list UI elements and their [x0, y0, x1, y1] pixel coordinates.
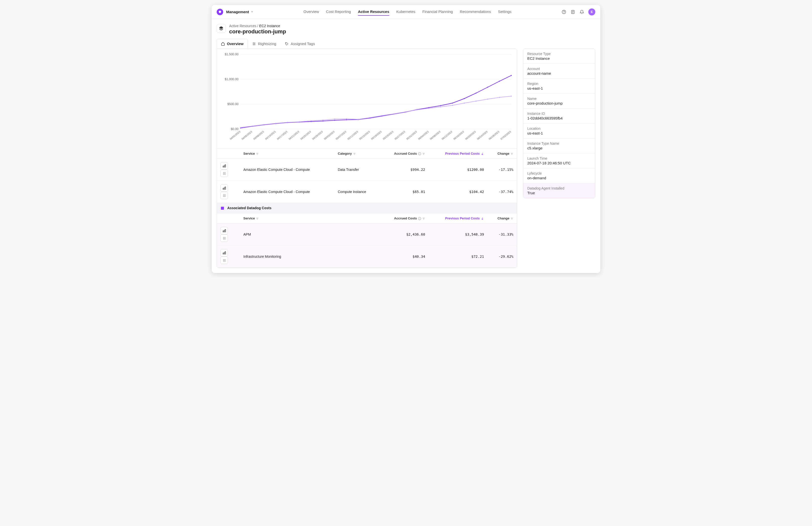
view-chart-button[interactable]	[220, 249, 228, 257]
svg-point-72	[310, 120, 311, 121]
svg-rect-130	[221, 207, 224, 210]
nav-kubernetes[interactable]: Kubernetes	[396, 8, 416, 16]
meta-value: on-demand	[527, 176, 591, 180]
sort-icon	[256, 152, 259, 156]
svg-point-73	[322, 119, 323, 120]
view-chart-button[interactable]	[220, 227, 228, 234]
tab-assigned-tags[interactable]: Assigned Tags	[280, 39, 319, 48]
nav-settings[interactable]: Settings	[498, 8, 511, 16]
col-previous[interactable]: Previous Period Costs	[429, 149, 488, 159]
grid-button[interactable]	[220, 257, 228, 264]
cell-service: Amazon Elastic Compute Cloud - Compute	[240, 159, 334, 181]
cell-service: Amazon Elastic Compute Cloud - Compute	[240, 181, 334, 203]
grid-button[interactable]	[220, 234, 228, 242]
svg-text:$0.00: $0.00	[231, 127, 238, 131]
svg-point-111	[225, 172, 226, 173]
svg-point-148	[224, 237, 224, 238]
svg-point-126	[225, 195, 226, 196]
sort-desc-icon	[481, 152, 484, 156]
meta-label: Launch Time	[527, 157, 591, 160]
svg-text:06/12/2023: 06/12/2023	[441, 130, 453, 141]
meta-label: Resource Type	[527, 52, 591, 56]
meta-value: 2024-07-18 20:46:50 UTC	[527, 161, 591, 165]
meta-row: Regionus-east-1	[523, 79, 595, 94]
svg-point-114	[225, 173, 226, 174]
col-change[interactable]: Change	[488, 149, 517, 159]
svg-point-121	[223, 194, 223, 195]
workspace-selector[interactable]: Management	[226, 10, 253, 14]
svg-point-159	[223, 259, 223, 260]
bell-icon[interactable]	[579, 10, 584, 14]
cell-service: APM	[240, 223, 334, 246]
table-row: APM$2,436.60$3,548.39-31.33%	[217, 223, 517, 246]
nav-cost-reporting[interactable]: Cost Reporting	[326, 8, 351, 16]
svg-point-151	[224, 238, 224, 238]
sort-icon	[422, 152, 425, 156]
nav-overview[interactable]: Overview	[303, 8, 319, 16]
svg-text:06/28/2023: 06/28/2023	[488, 130, 500, 141]
col-service[interactable]: Service	[240, 149, 334, 159]
user-avatar[interactable]: E	[588, 9, 595, 15]
svg-point-76	[358, 119, 359, 120]
svg-point-59	[440, 105, 441, 106]
svg-text:05/07/2023: 05/07/2023	[335, 130, 347, 141]
svg-text:04/17/2023: 04/17/2023	[276, 130, 288, 141]
col-accrued[interactable]: Accrued Costs	[380, 214, 429, 223]
cell-previous: $72.21	[429, 246, 488, 268]
svg-text:04/05/2023: 04/05/2023	[241, 130, 253, 141]
col-category[interactable]: Category	[334, 149, 380, 159]
cell-accrued: $2,436.60	[380, 223, 429, 246]
meta-row: Lyfecycleon-demand	[523, 169, 595, 183]
svg-point-68	[263, 124, 264, 125]
grid-button[interactable]	[220, 170, 228, 177]
view-chart-button[interactable]	[220, 184, 228, 192]
svg-text:05/03/2023: 05/03/2023	[323, 130, 335, 141]
svg-point-63	[487, 87, 488, 88]
col-previous[interactable]: Previous Period Costs	[429, 214, 488, 223]
view-chart-button[interactable]	[220, 162, 228, 170]
col-accrued[interactable]: Accrued Costs	[380, 149, 429, 159]
svg-text:06/20/2023: 06/20/2023	[465, 130, 476, 141]
tab-rightsizing[interactable]: Rightsizing	[248, 39, 280, 48]
sort-icon	[510, 152, 513, 156]
svg-point-152	[225, 238, 226, 238]
svg-point-109	[223, 172, 223, 173]
app-logo[interactable]	[217, 9, 223, 15]
col-change[interactable]: Change	[488, 214, 517, 223]
col-service[interactable]: Service	[240, 214, 334, 223]
svg-point-115	[223, 174, 223, 175]
tab-overview[interactable]: Overview	[217, 39, 248, 48]
nav-recommendations[interactable]: Recommendations	[460, 8, 491, 16]
svg-point-80	[405, 111, 406, 112]
svg-point-79	[393, 113, 394, 114]
notes-icon[interactable]	[570, 10, 575, 14]
datadog-section-header: Associated Datadog Costs	[217, 203, 517, 214]
svg-point-77	[369, 117, 371, 118]
breadcrumb-parent[interactable]: Active Resources	[229, 24, 256, 28]
grid-button[interactable]	[220, 192, 228, 199]
svg-point-149	[225, 237, 226, 238]
nav-active-resources[interactable]: Active Resources	[358, 8, 389, 16]
nav-financial-planning[interactable]: Financial Planning	[422, 8, 453, 16]
svg-text:06/08/2023: 06/08/2023	[430, 130, 441, 141]
svg-point-83	[440, 106, 441, 107]
svg-point-82	[429, 108, 430, 109]
svg-rect-145	[224, 230, 225, 232]
svg-rect-119	[224, 188, 225, 190]
svg-point-71	[299, 121, 300, 122]
svg-point-62	[476, 93, 477, 94]
svg-text:04/21/2023: 04/21/2023	[288, 130, 300, 141]
svg-point-60	[452, 103, 453, 104]
svg-point-165	[223, 261, 223, 262]
svg-point-166	[224, 261, 224, 262]
svg-text:05/11/2023: 05/11/2023	[347, 130, 359, 141]
svg-rect-107	[224, 165, 225, 167]
resource-meta-card: Resource TypeEC2 InstanceAccountaccount-…	[523, 48, 595, 198]
help-icon[interactable]	[562, 10, 566, 14]
costs-table: Service Category Accrued Costs Previous …	[217, 148, 517, 268]
table-row: Amazon Elastic Compute Cloud - ComputeDa…	[217, 159, 517, 181]
svg-point-167	[225, 261, 226, 262]
svg-point-87	[487, 99, 488, 100]
svg-text:06/04/2023: 06/04/2023	[418, 130, 429, 141]
svg-point-161	[225, 259, 226, 260]
